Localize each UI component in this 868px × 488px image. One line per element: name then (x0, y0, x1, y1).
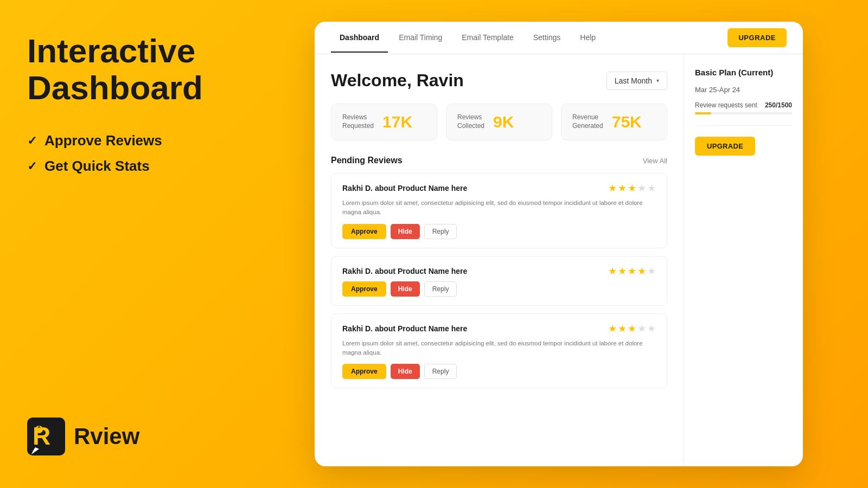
stars-2: ★ ★ ★ ★ ★ (608, 265, 656, 277)
tab-settings[interactable]: Settings (525, 23, 570, 53)
approve-button-1[interactable]: Approve (342, 224, 386, 239)
chevron-down-icon: ▾ (656, 78, 659, 84)
progress-bar-container (695, 112, 792, 114)
right-sidebar: Basic Plan (Current) Mar 25-Apr 24 Revie… (684, 54, 803, 466)
svg-text:R: R (33, 422, 50, 450)
nav-bar: Dashboard Email Timing Email Template Se… (315, 22, 803, 54)
feature-item-2: ✓ Get Quick Stats (27, 158, 233, 175)
plan-title: Basic Plan (Current) (695, 68, 792, 77)
review-card-1-header: Rakhi D. about Product Name here ★ ★ ★ ★… (342, 182, 656, 194)
brand-name: Rview (74, 423, 139, 450)
stat-label-1: ReviewsCollected (457, 113, 484, 130)
stats-row: ReviewsRequested 17K ReviewsCollected 9K… (331, 104, 667, 140)
star-2-4: ★ (637, 265, 646, 277)
star-2-3: ★ (628, 265, 636, 277)
review-card-3: Rakhi D. about Product Name here ★ ★ ★ ★… (331, 313, 667, 389)
review-card-2: Rakhi D. about Product Name here ★ ★ ★ ★… (331, 256, 667, 306)
plan-dates: Mar 25-Apr 24 (695, 86, 792, 94)
stat-value-0: 17K (382, 113, 412, 131)
review-card-1: Rakhi D. about Product Name here ★ ★ ★ ★… (331, 173, 667, 248)
dashboard-content: Welcome, Ravin Last Month ▾ ReviewsReque… (315, 54, 803, 466)
review-card-2-header: Rakhi D. about Product Name here ★ ★ ★ ★… (342, 265, 656, 277)
requests-count: 250/1500 (765, 101, 792, 109)
sidebar-upgrade-button[interactable]: UPGRADE (695, 137, 755, 156)
review-actions-1: Approve Hide Reply (342, 224, 656, 239)
stat-label-2: RevenueGenerated (572, 113, 603, 130)
hide-button-1[interactable]: Hide (391, 224, 420, 239)
brand-logo: R (27, 418, 65, 455)
sidebar-divider (695, 125, 792, 126)
tab-email-template[interactable]: Email Template (453, 23, 522, 53)
stat-card-revenue-generated: RevenueGenerated 75K (561, 104, 667, 140)
star-3-2: ★ (618, 323, 627, 335)
stars-3: ★ ★ ★ ★ ★ (608, 323, 656, 335)
star-2-5: ★ (647, 265, 656, 277)
review-author-3: Rakhi D. about Product Name here (342, 324, 467, 333)
pending-reviews-header: Pending Reviews View All (331, 156, 667, 165)
checkmark-icon-1: ✓ (27, 134, 37, 148)
checkmark-icon-2: ✓ (27, 159, 37, 174)
stat-label-0: ReviewsRequested (342, 113, 374, 130)
date-filter-label: Last Month (615, 76, 652, 85)
hide-button-3[interactable]: Hide (391, 364, 420, 379)
review-author-2: Rakhi D. about Product Name here (342, 267, 467, 275)
nav-tabs: Dashboard Email Timing Email Template Se… (331, 23, 727, 53)
star-1-3: ★ (628, 182, 636, 194)
main-content: Welcome, Ravin Last Month ▾ ReviewsReque… (315, 54, 684, 466)
welcome-title: Welcome, Ravin (331, 70, 464, 91)
review-author-1: Rakhi D. about Product Name here (342, 184, 467, 192)
tab-email-timing[interactable]: Email Timing (390, 23, 451, 53)
star-2-2: ★ (618, 265, 627, 277)
pending-reviews-title: Pending Reviews (331, 156, 403, 165)
left-panel: Interactive Dashboard ✓ Approve Reviews … (0, 0, 260, 488)
tab-help[interactable]: Help (571, 23, 604, 53)
plan-requests-row: Review requests sent 250/1500 (695, 101, 792, 109)
star-3-1: ★ (608, 323, 617, 335)
feature-list: ✓ Approve Reviews ✓ Get Quick Stats (27, 132, 233, 175)
approve-button-2[interactable]: Approve (342, 281, 386, 297)
star-2-1: ★ (608, 265, 617, 277)
star-3-5: ★ (647, 323, 656, 335)
star-1-2: ★ (618, 182, 627, 194)
nav-upgrade-button[interactable]: UPGRADE (727, 28, 787, 47)
right-panel: Dashboard Email Timing Email Template Se… (260, 0, 868, 488)
reply-button-3[interactable]: Reply (424, 364, 457, 379)
hero-title: Interactive Dashboard (27, 33, 233, 106)
dashboard-card: Dashboard Email Timing Email Template Se… (315, 22, 803, 466)
stat-card-reviews-requested: ReviewsRequested 17K (331, 104, 437, 140)
view-all-link[interactable]: View All (643, 157, 667, 165)
welcome-row: Welcome, Ravin Last Month ▾ (331, 70, 667, 91)
review-text-1: Lorem ipsum dolor sit amet, consectetur … (342, 198, 656, 217)
review-text-3: Lorem ipsum dolor sit amet, consectetur … (342, 339, 656, 358)
stat-card-reviews-collected: ReviewsCollected 9K (446, 104, 552, 140)
tab-dashboard[interactable]: Dashboard (331, 23, 388, 53)
review-actions-2: Approve Hide Reply (342, 281, 656, 297)
stat-value-1: 9K (493, 113, 514, 131)
star-1-5: ★ (647, 182, 656, 194)
reply-button-1[interactable]: Reply (424, 224, 457, 239)
stat-value-2: 75K (612, 113, 642, 131)
reply-button-2[interactable]: Reply (424, 281, 457, 297)
star-1-1: ★ (608, 182, 617, 194)
feature-item-1: ✓ Approve Reviews (27, 132, 233, 149)
brand-section: R Rview (27, 418, 233, 455)
progress-bar-fill (695, 112, 711, 114)
star-3-4: ★ (637, 323, 646, 335)
hide-button-2[interactable]: Hide (391, 281, 420, 297)
requests-label: Review requests sent (695, 101, 757, 109)
approve-button-3[interactable]: Approve (342, 364, 386, 379)
star-1-4: ★ (637, 182, 646, 194)
date-filter-dropdown[interactable]: Last Month ▾ (607, 72, 667, 90)
review-actions-3: Approve Hide Reply (342, 364, 656, 379)
stars-1: ★ ★ ★ ★ ★ (608, 182, 656, 194)
review-card-3-header: Rakhi D. about Product Name here ★ ★ ★ ★… (342, 323, 656, 335)
star-3-3: ★ (628, 323, 636, 335)
